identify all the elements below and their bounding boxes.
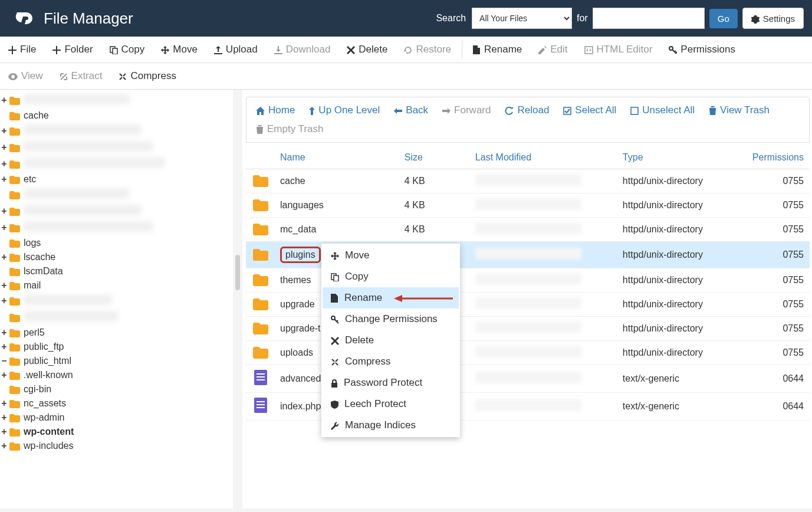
tree-item-label[interactable]: mail <box>24 280 41 291</box>
tree-item[interactable] <box>0 186 233 203</box>
permissions-button[interactable]: Permissions <box>660 37 744 63</box>
new-file-button[interactable]: File <box>0 37 44 63</box>
forward-button[interactable]: Forward <box>441 102 492 119</box>
tree-item[interactable] <box>0 309 233 326</box>
row-name[interactable]: cache <box>275 169 400 193</box>
tree-item[interactable]: cgi-bin <box>0 382 233 396</box>
expand-toggle[interactable]: + <box>0 342 8 352</box>
tree-item-label[interactable] <box>24 188 130 201</box>
expand-toggle[interactable]: + <box>0 126 8 136</box>
expand-toggle[interactable]: + <box>0 252 8 262</box>
tree-item[interactable]: +lscache <box>0 250 233 264</box>
view-button[interactable]: View <box>0 63 51 89</box>
row-name[interactable]: mc_data <box>275 218 400 242</box>
tree-item[interactable]: + <box>0 219 233 236</box>
tree-item-label[interactable] <box>24 221 153 234</box>
icon-column[interactable] <box>246 146 275 169</box>
expand-toggle[interactable]: + <box>0 370 8 380</box>
ctx-move[interactable]: Move <box>323 245 459 266</box>
tree-item[interactable]: +.well-known <box>0 368 233 382</box>
tree-item-label[interactable]: perl5 <box>24 327 45 338</box>
tree-item[interactable]: +nc_assets <box>0 396 233 411</box>
tree-item-label[interactable] <box>24 294 112 307</box>
permissions-column[interactable]: Permissions <box>748 146 810 169</box>
back-button[interactable]: Back <box>393 102 429 119</box>
tree-item[interactable]: + <box>0 293 233 309</box>
up-one-button[interactable]: Up One Level <box>308 102 381 119</box>
restore-button[interactable]: Restore <box>396 37 459 63</box>
name-column[interactable]: Name <box>275 146 400 169</box>
tree-item[interactable]: + <box>0 123 233 139</box>
tree-item-label[interactable]: public_html <box>24 356 71 366</box>
expand-toggle[interactable]: + <box>0 142 8 153</box>
view-trash-button[interactable]: View Trash <box>708 102 771 119</box>
tree-item[interactable]: + <box>0 203 233 219</box>
resizer-handle[interactable] <box>233 90 242 508</box>
edit-button[interactable]: Edit <box>530 37 576 63</box>
unselect-all-button[interactable]: Unselect All <box>629 102 696 119</box>
tree-item-label[interactable]: cgi-bin <box>24 384 51 395</box>
expand-toggle[interactable]: + <box>0 426 8 437</box>
ctx-password-protect[interactable]: Password Protect <box>323 372 459 393</box>
ctx-compress[interactable]: Compress <box>323 351 459 372</box>
table-row[interactable]: cache4 KBhttpd/unix-directory0755 <box>246 169 810 193</box>
search-scope-select[interactable]: All Your Files <box>472 8 572 29</box>
tree-item[interactable]: +wp-content <box>0 425 233 439</box>
expand-toggle[interactable]: + <box>0 206 8 216</box>
tree-item-label[interactable] <box>24 141 153 154</box>
expand-toggle[interactable]: − <box>0 356 8 366</box>
folder-tree[interactable]: +cache++++etc++logs+lscachelscmData+mail… <box>0 92 233 453</box>
home-button[interactable]: Home <box>255 102 296 119</box>
tree-item-label[interactable] <box>24 124 142 137</box>
tree-item[interactable]: + <box>0 92 233 109</box>
ctx-delete[interactable]: Delete <box>323 330 459 351</box>
tree-item[interactable]: +perl5 <box>0 326 233 340</box>
expand-toggle[interactable]: + <box>0 222 8 233</box>
delete-button[interactable]: Delete <box>338 37 396 63</box>
tree-item[interactable]: +wp-admin <box>0 411 233 425</box>
ctx-leech-protect[interactable]: Leech Protect <box>323 393 459 415</box>
tree-item[interactable]: + <box>0 156 233 172</box>
tree-item-label[interactable]: cache <box>24 110 49 121</box>
settings-button[interactable]: Settings <box>742 8 804 28</box>
copy-button[interactable]: Copy <box>101 37 153 63</box>
row-name[interactable]: languages <box>275 193 400 218</box>
ctx-change-permissions[interactable]: Change Permissions <box>323 308 459 330</box>
new-folder-button[interactable]: Folder <box>44 37 101 63</box>
expand-toggle[interactable]: + <box>0 398 8 409</box>
tree-item-label[interactable] <box>24 157 165 170</box>
download-button[interactable]: Download <box>266 37 339 63</box>
expand-toggle[interactable]: + <box>0 280 8 291</box>
ctx-rename[interactable]: Rename <box>323 287 459 308</box>
compress-button[interactable]: Compress <box>110 63 184 89</box>
tree-item-label[interactable]: etc <box>24 174 36 185</box>
ctx-copy[interactable]: Copy <box>323 266 459 287</box>
tree-item-label[interactable] <box>24 94 130 107</box>
tree-item-label[interactable]: .well-known <box>24 370 73 380</box>
tree-item[interactable]: +etc <box>0 172 233 186</box>
tree-item[interactable]: −public_html <box>0 354 233 368</box>
tree-item[interactable]: + <box>0 139 233 156</box>
tree-item-label[interactable]: nc_assets <box>24 398 66 409</box>
html-editor-button[interactable]: HTML Editor <box>576 37 661 63</box>
reload-button[interactable]: Reload <box>504 102 550 119</box>
tree-item[interactable]: +public_ftp <box>0 340 233 354</box>
expand-toggle[interactable]: + <box>0 296 8 306</box>
tree-item-label[interactable] <box>24 205 142 218</box>
tree-item[interactable]: +wp-includes <box>0 439 233 453</box>
expand-toggle[interactable]: + <box>0 95 8 106</box>
tree-item-label[interactable]: wp-includes <box>24 441 73 451</box>
select-all-button[interactable]: Select All <box>562 102 617 119</box>
expand-toggle[interactable]: + <box>0 174 8 185</box>
tree-item[interactable]: lscmData <box>0 264 233 278</box>
folder-tree-sidebar[interactable]: +cache++++etc++logs+lscachelscmData+mail… <box>0 90 233 508</box>
table-row[interactable]: mc_data4 KBhttpd/unix-directory0755 <box>246 218 810 242</box>
go-button[interactable]: Go <box>709 9 738 28</box>
tree-item-label[interactable]: lscache <box>24 252 55 262</box>
modified-column[interactable]: Last Modified <box>471 146 618 169</box>
extract-button[interactable]: Extract <box>51 63 111 89</box>
empty-trash-button[interactable]: Empty Trash <box>255 121 324 137</box>
expand-toggle[interactable]: + <box>0 412 8 423</box>
search-input[interactable] <box>593 8 705 29</box>
upload-button[interactable]: Upload <box>206 37 266 63</box>
